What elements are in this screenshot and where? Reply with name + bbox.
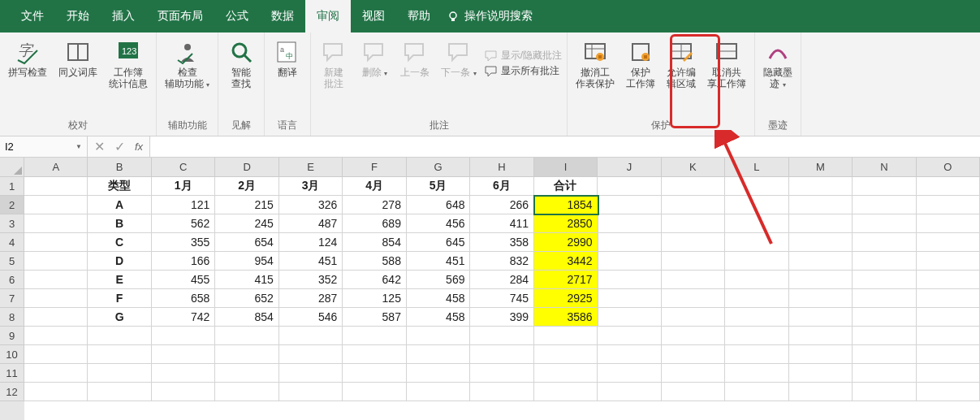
- cell-A12[interactable]: [24, 383, 88, 401]
- show-all-comments-button[interactable]: 显示所有批注: [485, 64, 562, 78]
- cell-J12[interactable]: [598, 383, 661, 401]
- tab-数据[interactable]: 数据: [260, 0, 305, 32]
- cell-N1[interactable]: [853, 177, 916, 196]
- cell-D7[interactable]: 652: [215, 289, 279, 308]
- cell-H1[interactable]: 6月: [470, 177, 533, 196]
- cell-J7[interactable]: [598, 289, 662, 308]
- cell-B3[interactable]: B: [88, 214, 151, 233]
- cell-H3[interactable]: 411: [470, 214, 534, 233]
- cell-F2[interactable]: 278: [343, 196, 407, 214]
- cell-J8[interactable]: [598, 308, 662, 327]
- row-header-2[interactable]: 2: [0, 196, 24, 214]
- cell-E10[interactable]: [279, 345, 343, 364]
- cell-O3[interactable]: [917, 214, 980, 233]
- cell-M6[interactable]: [789, 271, 853, 289]
- cell-B4[interactable]: C: [88, 233, 151, 252]
- cell-L7[interactable]: [725, 289, 788, 308]
- row-header-5[interactable]: 5: [0, 252, 24, 271]
- translate-button[interactable]: a中翻译: [270, 36, 305, 80]
- cell-N3[interactable]: [853, 214, 916, 233]
- cell-J10[interactable]: [598, 345, 661, 364]
- cell-J6[interactable]: [598, 271, 662, 289]
- cell-G9[interactable]: [407, 327, 470, 345]
- accessibility-check-button[interactable]: 检查 辅助功能 ▾: [162, 36, 213, 93]
- row-header-9[interactable]: 9: [0, 327, 24, 345]
- cell-H6[interactable]: 284: [470, 271, 534, 289]
- cell-F9[interactable]: [343, 327, 406, 345]
- cell-A8[interactable]: [24, 308, 88, 327]
- row-header-4[interactable]: 4: [0, 233, 24, 252]
- cell-C11[interactable]: [152, 364, 215, 383]
- cell-F3[interactable]: 689: [343, 214, 407, 233]
- cell-O11[interactable]: [917, 364, 980, 383]
- cell-grid[interactable]: 类型1月2月3月4月5月6月合计A1212153262786482661854B…: [24, 177, 980, 401]
- tab-插入[interactable]: 插入: [101, 0, 146, 32]
- cell-O2[interactable]: [917, 196, 980, 214]
- cell-F6[interactable]: 642: [343, 271, 407, 289]
- cell-M1[interactable]: [789, 177, 853, 196]
- cell-A3[interactable]: [24, 214, 88, 233]
- cell-B11[interactable]: [88, 364, 151, 383]
- cell-E2[interactable]: 326: [279, 196, 343, 214]
- cell-A2[interactable]: [24, 196, 88, 214]
- cell-E9[interactable]: [279, 327, 343, 345]
- cell-A10[interactable]: [24, 345, 88, 364]
- cell-J4[interactable]: [598, 233, 662, 252]
- cell-D1[interactable]: 2月: [215, 177, 278, 196]
- cell-O5[interactable]: [917, 252, 980, 271]
- hide-ink-button[interactable]: 隐藏墨 迹 ▾: [760, 36, 796, 93]
- row-header-11[interactable]: 11: [0, 364, 24, 383]
- cell-I1[interactable]: 合计: [534, 177, 598, 196]
- cell-D4[interactable]: 654: [215, 233, 279, 252]
- cell-M11[interactable]: [789, 364, 853, 383]
- cell-K12[interactable]: [662, 383, 725, 401]
- cell-D2[interactable]: 215: [215, 196, 279, 214]
- workbook-stats-button[interactable]: 123工作簿 统计信息: [106, 36, 151, 91]
- cell-J9[interactable]: [598, 327, 661, 345]
- cell-M7[interactable]: [789, 289, 853, 308]
- cell-A7[interactable]: [24, 289, 88, 308]
- fx-icon[interactable]: fx: [135, 141, 143, 153]
- cell-M10[interactable]: [789, 345, 853, 364]
- cell-G7[interactable]: 458: [407, 289, 471, 308]
- cell-B12[interactable]: [88, 383, 151, 401]
- cell-H8[interactable]: 399: [470, 308, 534, 327]
- formula-input[interactable]: [150, 136, 980, 157]
- cell-D8[interactable]: 854: [215, 308, 279, 327]
- cell-E3[interactable]: 487: [279, 214, 343, 233]
- tab-文件[interactable]: 文件: [10, 0, 55, 32]
- cell-N6[interactable]: [853, 271, 916, 289]
- cell-N5[interactable]: [853, 252, 916, 271]
- cell-I3[interactable]: 2850: [534, 214, 598, 233]
- cell-N12[interactable]: [853, 383, 916, 401]
- unprotect-sheet-button[interactable]: 撤消工 作表保护: [572, 36, 618, 91]
- cell-C3[interactable]: 562: [152, 214, 216, 233]
- cell-E12[interactable]: [279, 383, 343, 401]
- allow-edit-ranges-button[interactable]: 允许编 辑区域: [663, 36, 699, 91]
- column-header-N[interactable]: N: [853, 158, 916, 177]
- cell-A6[interactable]: [24, 271, 88, 289]
- cell-G3[interactable]: 456: [407, 214, 471, 233]
- column-header-D[interactable]: D: [215, 158, 278, 177]
- cell-B1[interactable]: 类型: [88, 177, 151, 196]
- cell-J3[interactable]: [598, 214, 662, 233]
- cell-H7[interactable]: 745: [470, 289, 534, 308]
- cell-D10[interactable]: [215, 345, 278, 364]
- cell-E5[interactable]: 451: [279, 252, 343, 271]
- cell-F10[interactable]: [343, 345, 406, 364]
- cell-C5[interactable]: 166: [152, 252, 216, 271]
- cell-L1[interactable]: [725, 177, 788, 196]
- cell-L12[interactable]: [725, 383, 788, 401]
- cell-C12[interactable]: [152, 383, 215, 401]
- tab-公式[interactable]: 公式: [214, 0, 260, 32]
- row-header-3[interactable]: 3: [0, 214, 24, 233]
- cell-B8[interactable]: G: [88, 308, 151, 327]
- cell-G12[interactable]: [407, 383, 470, 401]
- cell-B6[interactable]: E: [88, 271, 151, 289]
- cell-I10[interactable]: [534, 345, 598, 364]
- cell-D11[interactable]: [215, 364, 278, 383]
- cell-D5[interactable]: 954: [215, 252, 279, 271]
- cell-L2[interactable]: [725, 196, 788, 214]
- cell-N11[interactable]: [853, 364, 916, 383]
- row-header-12[interactable]: 12: [0, 383, 24, 401]
